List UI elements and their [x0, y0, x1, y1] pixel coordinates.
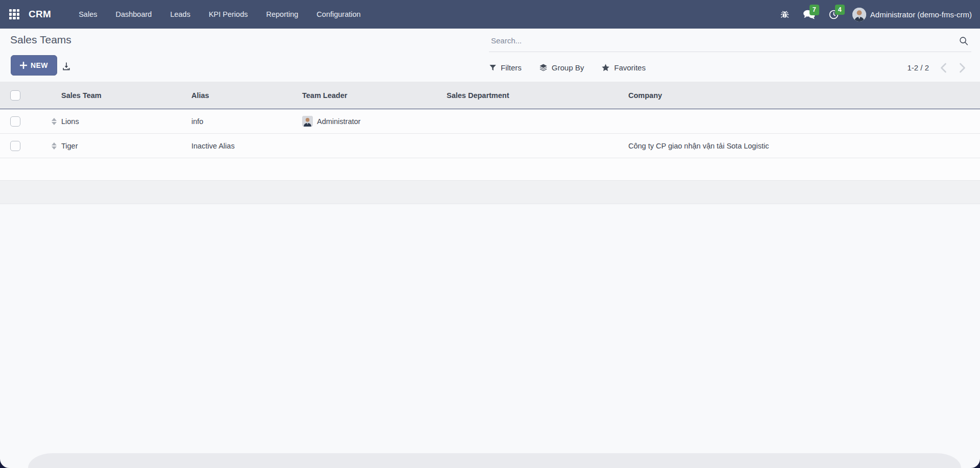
activities-clock-icon[interactable]: 4	[828, 9, 839, 20]
table-footer	[0, 181, 980, 204]
messages-icon[interactable]: 7	[803, 9, 815, 19]
column-header-team-leader[interactable]: Team Leader	[302, 91, 447, 100]
cell-alias: Inactive Alias	[191, 142, 302, 150]
row-checkbox[interactable]	[10, 116, 20, 127]
new-button[interactable]: NEW	[11, 55, 57, 76]
empty-row	[0, 158, 980, 181]
menu-item-leads[interactable]: Leads	[163, 6, 198, 22]
menu-item-reporting[interactable]: Reporting	[259, 6, 305, 22]
cell-sales-team: Tiger	[61, 142, 191, 150]
window-corner-left	[0, 459, 9, 468]
cell-company: Công ty CP giao nhận vận tải Sota Logist…	[628, 142, 980, 150]
sales-teams-list: Sales Team Alias Team Leader Sales Depar…	[0, 82, 980, 204]
menu-item-sales[interactable]: Sales	[71, 6, 104, 22]
cell-sales-team: Lions	[61, 117, 191, 126]
messages-count-badge: 7	[810, 5, 819, 15]
column-header-sales-team[interactable]: Sales Team	[61, 91, 191, 100]
user-name-label: Administrator (demo-fms-crm)	[870, 10, 972, 19]
filters-button[interactable]: Filters	[489, 63, 522, 72]
app-name[interactable]: CRM	[29, 9, 51, 20]
search-bar	[489, 30, 971, 52]
team-leader-name: Administrator	[317, 117, 360, 126]
cell-alias: info	[191, 117, 302, 126]
star-icon	[601, 63, 610, 72]
window-corner-right	[971, 459, 980, 468]
row-drag-handle-icon[interactable]	[52, 142, 57, 150]
column-header-sales-department[interactable]: Sales Department	[447, 91, 628, 100]
activities-count-badge: 4	[835, 5, 845, 15]
menu-item-kpi-periods[interactable]: KPI Periods	[202, 6, 255, 22]
export-download-icon[interactable]	[59, 59, 74, 73]
top-navbar: CRM Sales Dashboard Leads KPI Periods Re…	[0, 0, 980, 29]
select-all-checkbox[interactable]	[10, 90, 20, 101]
search-input[interactable]	[489, 36, 958, 45]
pager-previous-icon[interactable]	[940, 63, 947, 73]
apps-menu-icon[interactable]	[9, 9, 19, 19]
menu-item-configuration[interactable]: Configuration	[309, 6, 368, 22]
breadcrumb-row: Sales Teams	[0, 29, 980, 54]
favorites-button[interactable]: Favorites	[601, 63, 646, 72]
group-by-button[interactable]: Group By	[539, 63, 584, 72]
filter-funnel-icon	[489, 64, 497, 71]
menu-item-dashboard[interactable]: Dashboard	[108, 6, 159, 22]
debug-bug-icon[interactable]	[780, 10, 790, 19]
search-icon[interactable]	[958, 35, 969, 46]
search-facets: Filters Group By Favorites	[489, 54, 646, 82]
table-row-lions[interactable]: Lions info Administrator	[0, 109, 980, 134]
row-checkbox[interactable]	[10, 141, 20, 151]
cell-team-leader: Administrator	[302, 116, 447, 127]
pager-range: 1-2 / 2	[907, 63, 929, 72]
user-avatar	[852, 8, 866, 21]
row-drag-handle-icon[interactable]	[52, 118, 57, 125]
table-header-row: Sales Team Alias Team Leader Sales Depar…	[0, 82, 980, 109]
page-title: Sales Teams	[10, 34, 71, 46]
pager-next-icon[interactable]	[959, 63, 966, 73]
column-header-alias[interactable]: Alias	[191, 91, 302, 100]
table-row-tiger[interactable]: Tiger Inactive Alias Công ty CP giao nhậ…	[0, 134, 980, 158]
bottom-overlay-band	[28, 453, 961, 468]
layers-icon	[539, 63, 548, 72]
control-panel: NEW Filters Group By Favor	[0, 54, 980, 82]
column-header-company[interactable]: Company	[628, 91, 980, 100]
pager: 1-2 / 2	[907, 54, 966, 82]
user-menu[interactable]: Administrator (demo-fms-crm)	[852, 8, 972, 21]
plus-icon	[20, 62, 27, 69]
main-menu: Sales Dashboard Leads KPI Periods Report…	[71, 6, 368, 22]
team-leader-avatar	[302, 116, 313, 127]
